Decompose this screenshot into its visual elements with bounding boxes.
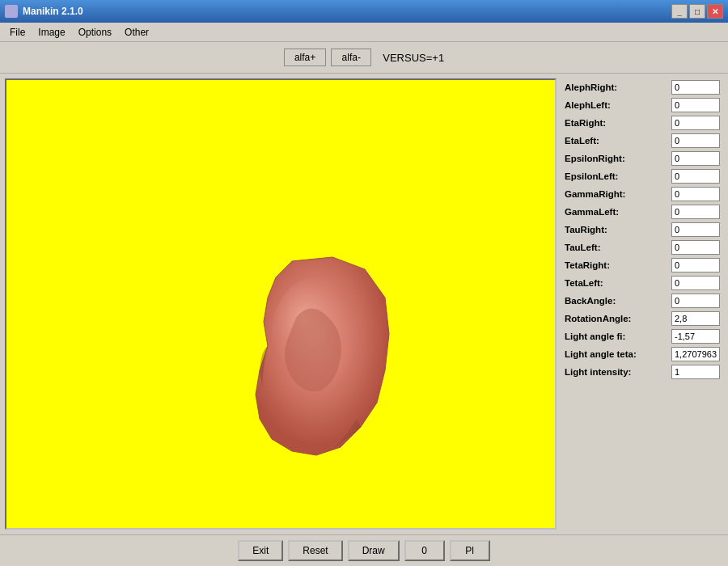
param-row-eta-right: EtaRight: bbox=[561, 114, 723, 132]
app-icon bbox=[5, 5, 18, 18]
param-input-tau-right[interactable] bbox=[671, 222, 720, 237]
param-row-teta-left: TetaLeft: bbox=[561, 274, 723, 292]
zero-button[interactable]: 0 bbox=[404, 540, 445, 561]
param-label-rotation-angle: RotationAngle: bbox=[565, 314, 631, 323]
param-label-epsilon-right: EpsilonRight: bbox=[565, 154, 625, 163]
param-row-tau-left: TauLeft: bbox=[561, 239, 723, 256]
title-bar: Manikin 2.1.0 _ □ ✕ bbox=[0, 0, 728, 23]
param-input-eta-right[interactable] bbox=[671, 116, 720, 130]
param-row-tau-right: TauRight: bbox=[561, 221, 723, 239]
viewport-border bbox=[5, 78, 557, 530]
param-row-epsilon-right: EpsilonRight: bbox=[561, 150, 723, 167]
param-row-eta-left: EtaLeft: bbox=[561, 132, 723, 150]
param-input-light-angle-teta[interactable] bbox=[671, 347, 720, 361]
param-label-gamma-right: GammaRight: bbox=[565, 189, 625, 199]
param-label-light-angle-fi: Light angle fi: bbox=[565, 332, 625, 341]
minimize-button[interactable]: _ bbox=[671, 4, 688, 19]
param-label-eta-left: EtaLeft: bbox=[565, 136, 599, 146]
window-title: Manikin 2.1.0 bbox=[23, 6, 83, 17]
param-input-light-intensity[interactable] bbox=[671, 365, 720, 379]
param-input-teta-left[interactable] bbox=[671, 276, 720, 290]
param-row-gamma-left: GammaLeft: bbox=[561, 203, 723, 221]
param-input-eta-left[interactable] bbox=[671, 133, 720, 148]
right-panel: AlephRight: AlephLeft: EtaRight: EtaLeft… bbox=[561, 78, 723, 530]
menu-image[interactable]: Image bbox=[32, 24, 71, 40]
param-row-teta-right: TetaRight: bbox=[561, 256, 723, 274]
param-input-aleph-right[interactable] bbox=[671, 80, 720, 95]
param-label-aleph-right: AlephRight: bbox=[565, 82, 617, 92]
param-input-epsilon-right[interactable] bbox=[671, 151, 720, 166]
param-row-aleph-left: AlephLeft: bbox=[561, 96, 723, 114]
param-row-light-intensity: Light intensity: bbox=[561, 363, 723, 381]
versus-label: VERSUS=+1 bbox=[383, 52, 444, 64]
bottom-bar: Exit Reset Draw 0 Pl bbox=[0, 534, 728, 566]
exit-button[interactable]: Exit bbox=[238, 540, 283, 561]
param-label-teta-right: TetaRight: bbox=[565, 260, 610, 270]
param-label-eta-right: EtaRight: bbox=[565, 118, 606, 128]
param-label-gamma-left: GammaLeft: bbox=[565, 207, 619, 217]
param-input-aleph-left[interactable] bbox=[671, 98, 720, 112]
param-label-epsilon-left: EpsilonLeft: bbox=[565, 171, 618, 181]
maximize-button[interactable]: □ bbox=[689, 4, 705, 19]
param-input-epsilon-left[interactable] bbox=[671, 169, 720, 184]
alfa-plus-button[interactable]: alfa+ bbox=[284, 49, 326, 66]
draw-button[interactable]: Draw bbox=[348, 540, 400, 561]
param-label-light-angle-teta: Light angle teta: bbox=[565, 349, 637, 359]
param-label-back-angle: BackAngle: bbox=[565, 296, 616, 306]
param-row-light-angle-fi: Light angle fi: bbox=[561, 327, 723, 345]
param-row-rotation-angle: RotationAngle: bbox=[561, 310, 723, 327]
alfa-minus-button[interactable]: alfa- bbox=[331, 49, 371, 66]
menu-other[interactable]: Other bbox=[118, 24, 155, 40]
param-input-rotation-angle[interactable] bbox=[671, 311, 720, 326]
param-row-back-angle: BackAngle: bbox=[561, 292, 723, 310]
param-input-teta-right[interactable] bbox=[671, 258, 720, 272]
window-content: alfa+ alfa- VERSUS=+1 bbox=[0, 42, 728, 566]
param-label-aleph-left: AlephLeft: bbox=[565, 100, 611, 110]
param-input-light-angle-fi[interactable] bbox=[671, 329, 720, 344]
param-input-gamma-right[interactable] bbox=[671, 187, 720, 201]
param-row-gamma-right: GammaRight: bbox=[561, 185, 723, 203]
toolbar: alfa+ alfa- VERSUS=+1 bbox=[0, 42, 728, 74]
param-input-gamma-left[interactable] bbox=[671, 205, 720, 219]
param-label-tau-right: TauRight: bbox=[565, 225, 607, 234]
menu-file[interactable]: File bbox=[3, 24, 32, 40]
close-button[interactable]: ✕ bbox=[707, 4, 723, 19]
param-label-tau-left: TauLeft: bbox=[565, 243, 601, 252]
ear-model bbox=[227, 253, 405, 463]
param-row-aleph-right: AlephRight: bbox=[561, 78, 723, 96]
menu-bar: File Image Options Other bbox=[0, 23, 728, 42]
pl-button[interactable]: Pl bbox=[450, 540, 490, 561]
param-label-light-intensity: Light intensity: bbox=[565, 367, 631, 377]
param-row-light-angle-teta: Light angle teta: bbox=[561, 345, 723, 363]
param-label-teta-left: TetaLeft: bbox=[565, 278, 603, 288]
reset-button[interactable]: Reset bbox=[288, 540, 342, 561]
param-row-epsilon-left: EpsilonLeft: bbox=[561, 167, 723, 185]
param-input-tau-left[interactable] bbox=[671, 240, 720, 255]
param-input-back-angle[interactable] bbox=[671, 294, 720, 308]
window-controls[interactable]: _ □ ✕ bbox=[671, 4, 723, 19]
viewport[interactable] bbox=[6, 80, 555, 528]
menu-options[interactable]: Options bbox=[72, 24, 118, 40]
content-area: AlephRight: AlephLeft: EtaRight: EtaLeft… bbox=[0, 74, 728, 534]
